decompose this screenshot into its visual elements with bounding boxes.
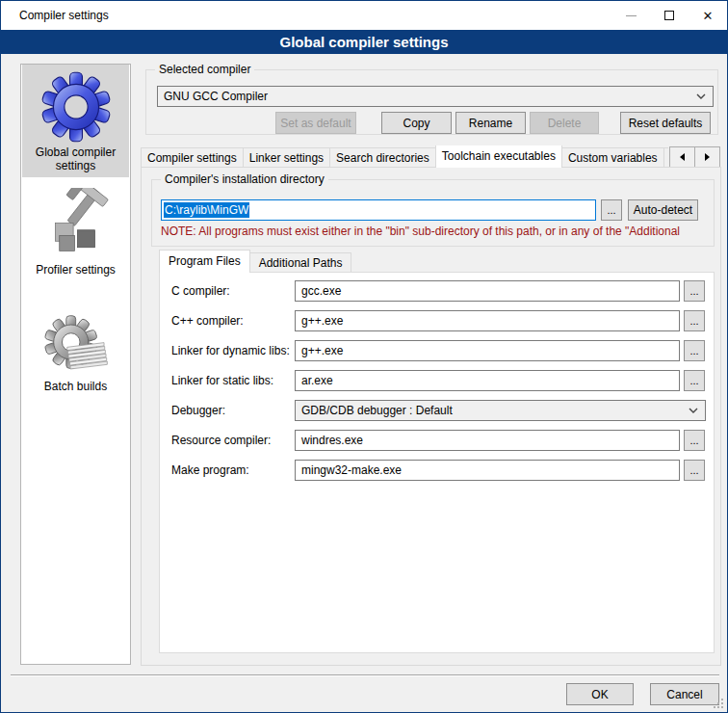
- tab-scroll-left-button[interactable]: [669, 146, 695, 168]
- blue-gear-icon: [39, 70, 113, 144]
- tab-compiler-settings[interactable]: Compiler settings: [141, 147, 244, 168]
- tab-additional-paths[interactable]: Additional Paths: [249, 252, 352, 273]
- compiler-tabs: Compiler settings Linker settings Search…: [141, 145, 668, 168]
- c-compiler-input[interactable]: gcc.exe: [295, 280, 680, 302]
- tab-search-directories[interactable]: Search directories: [329, 147, 436, 168]
- sidebar-item-label: Batch builds: [22, 380, 129, 393]
- minimize-icon: [626, 15, 637, 16]
- tab-custom-variables[interactable]: Custom variables: [561, 147, 664, 168]
- field-row: Debugger: GDB/CDB debugger : Default: [160, 400, 714, 421]
- tab-program-files[interactable]: Program Files: [159, 250, 250, 273]
- settings-category-list: Global compiler settings Profiler settin…: [20, 64, 131, 665]
- browse-directory-button[interactable]: ...: [601, 199, 622, 221]
- field-row: Make program: mingw32-make.exe ...: [160, 460, 714, 481]
- field-row: Linker for static libs: ar.exe ...: [160, 370, 714, 391]
- resource-compiler-input[interactable]: windres.exe: [295, 430, 680, 451]
- sidebar-item-label: Global compiler settings: [22, 145, 129, 172]
- field-label: Debugger:: [171, 400, 225, 421]
- browse-static-linker-button[interactable]: ...: [684, 370, 705, 391]
- tab-scroll-right-icon: [705, 153, 710, 161]
- field-row: C compiler: gcc.exe ...: [160, 280, 714, 302]
- field-label: C compiler:: [171, 280, 230, 302]
- compiler-select[interactable]: GNU GCC Compiler: [157, 86, 714, 107]
- installation-directory-value: C:\raylib\MinGW: [164, 202, 249, 218]
- auto-detect-button[interactable]: Auto-detect: [628, 199, 698, 221]
- rename-button[interactable]: Rename: [455, 112, 526, 134]
- gear-stack-icon: [42, 314, 110, 378]
- cpp-compiler-input[interactable]: g++.exe: [295, 310, 680, 331]
- dynamic-linker-input[interactable]: g++.exe: [295, 340, 680, 361]
- tab-scroll-right-button[interactable]: [694, 146, 720, 168]
- program-files-page: C compiler: gcc.exe ... C++ compiler: g+…: [159, 272, 715, 653]
- field-label: Linker for static libs:: [171, 370, 273, 391]
- field-row: Linker for dynamic libs: g++.exe ...: [160, 340, 714, 361]
- browse-resource-compiler-button[interactable]: ...: [684, 430, 705, 451]
- tab-linker-settings[interactable]: Linker settings: [243, 147, 330, 168]
- cancel-button[interactable]: Cancel: [650, 683, 719, 705]
- program-tabs: Program Files Additional Paths: [159, 251, 351, 273]
- installation-directory-input[interactable]: C:\raylib\MinGW: [161, 199, 596, 221]
- toolchain-executables-page: Compiler's installation directory C:\ray…: [141, 167, 721, 666]
- chevron-down-icon: [696, 93, 706, 99]
- copy-button[interactable]: Copy: [381, 112, 452, 134]
- browse-cpp-compiler-button[interactable]: ...: [684, 310, 705, 331]
- sidebar-item-global-compiler-settings[interactable]: Global compiler settings: [22, 65, 129, 177]
- set-as-default-button: Set as default: [275, 112, 356, 134]
- tab-build-options[interactable]: Build options: [663, 147, 668, 168]
- compiler-settings-dialog: Compiler settings ✕ Global compiler sett…: [0, 0, 728, 713]
- group-legend: Compiler's installation directory: [161, 172, 328, 186]
- footer-divider: [11, 674, 719, 676]
- maximize-button[interactable]: [650, 1, 689, 30]
- chevron-down-icon: [689, 408, 698, 413]
- dialog-header-title: Global compiler settings: [1, 30, 727, 54]
- caliper-icon: [41, 188, 111, 261]
- make-program-input[interactable]: mingw32-make.exe: [295, 460, 680, 481]
- reset-defaults-button[interactable]: Reset defaults: [620, 112, 711, 134]
- browse-make-program-button[interactable]: ...: [684, 460, 705, 481]
- browse-dynamic-linker-button[interactable]: ...: [684, 340, 705, 361]
- field-label: Make program:: [171, 460, 249, 481]
- debugger-select[interactable]: GDB/CDB debugger : Default: [295, 400, 706, 421]
- compiler-select-value: GNU GCC Compiler: [164, 90, 268, 103]
- window-title: Compiler settings: [1, 9, 109, 22]
- browse-c-compiler-button[interactable]: ...: [684, 280, 705, 302]
- debugger-select-value: GDB/CDB debugger : Default: [301, 404, 453, 417]
- field-label: Resource compiler:: [171, 430, 271, 451]
- close-button[interactable]: ✕: [689, 1, 727, 30]
- group-legend: Selected compiler: [155, 63, 254, 76]
- field-label: Linker for dynamic libs:: [171, 340, 290, 361]
- sidebar-item-batch-builds[interactable]: Batch builds: [22, 310, 129, 402]
- ok-button[interactable]: OK: [566, 683, 634, 705]
- bin-subdirectory-note: NOTE: All programs must exist either in …: [161, 224, 703, 238]
- field-row: Resource compiler: windres.exe ...: [160, 430, 714, 451]
- sidebar-item-label: Profiler settings: [22, 263, 129, 277]
- field-row: C++ compiler: g++.exe ...: [160, 310, 714, 331]
- tab-toolchain-executables[interactable]: Toolchain executables: [435, 145, 562, 168]
- maximize-icon: [664, 11, 674, 20]
- field-label: C++ compiler:: [171, 310, 244, 331]
- close-icon: ✕: [703, 10, 714, 22]
- tab-scroll-left-icon: [680, 153, 685, 161]
- resize-grip[interactable]: [713, 698, 724, 709]
- minimize-button: [611, 1, 650, 30]
- delete-button: Delete: [530, 112, 599, 134]
- sidebar-item-profiler-settings[interactable]: Profiler settings: [22, 184, 129, 280]
- static-linker-input[interactable]: ar.exe: [295, 370, 680, 391]
